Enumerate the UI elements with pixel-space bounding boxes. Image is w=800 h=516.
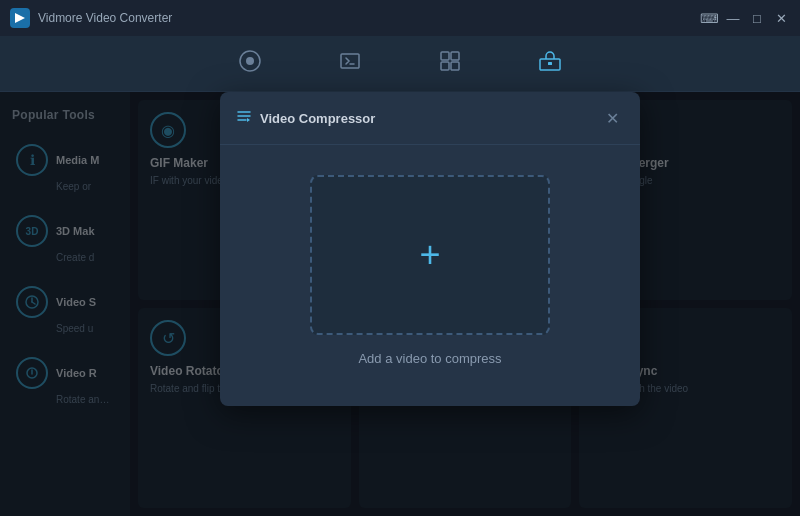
svg-point-3 [246,57,254,65]
enhance-icon [338,49,362,79]
titlebar: Vidmore Video Converter ⌨ — □ ✕ [0,0,800,36]
close-button[interactable]: ✕ [772,9,790,27]
convert-icon [238,49,262,79]
nav-toolbox[interactable] [530,45,570,83]
modal-header-icon [236,108,252,128]
nav-convert[interactable] [230,45,270,83]
toolbox-icon [538,49,562,79]
drop-label: Add a video to compress [358,351,501,366]
plus-icon: + [419,237,440,273]
keyboard-button[interactable]: ⌨ [700,9,718,27]
app-icon [10,8,30,28]
modal-close-button[interactable]: ✕ [600,106,624,130]
titlebar-left: Vidmore Video Converter [10,8,172,28]
maximize-button[interactable]: □ [748,9,766,27]
video-compressor-modal: Video Compressor ✕ + Add a video to comp… [220,92,640,406]
modal-title: Video Compressor [260,111,592,126]
navbar [0,36,800,92]
nav-enhance[interactable] [330,45,370,83]
titlebar-controls: ⌨ — □ ✕ [700,9,790,27]
svg-rect-8 [451,62,459,70]
modal-body: + Add a video to compress [220,145,640,406]
drop-zone[interactable]: + [310,175,550,335]
svg-rect-5 [441,52,449,60]
app-title: Vidmore Video Converter [38,11,172,25]
svg-rect-7 [441,62,449,70]
svg-rect-10 [548,62,552,65]
modal-overlay: Video Compressor ✕ + Add a video to comp… [0,92,800,516]
svg-rect-6 [451,52,459,60]
collage-icon [438,49,462,79]
minimize-button[interactable]: — [724,9,742,27]
nav-collage[interactable] [430,45,470,83]
modal-header: Video Compressor ✕ [220,92,640,145]
main-area: Popular Tools ℹ Media M Keep or 3D 3D Ma… [0,92,800,516]
